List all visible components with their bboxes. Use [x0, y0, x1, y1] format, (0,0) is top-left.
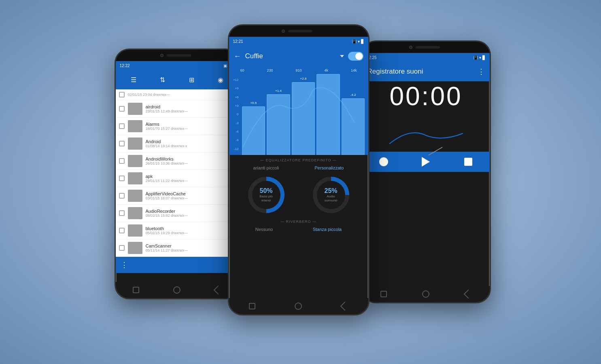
fm-item-meta-7: 05/02/15 19:29 drwxrwx— [146, 231, 236, 235]
list-item[interactable]: ApplifierVideoCache 03/01/15 16:07 drwxr… [116, 187, 239, 205]
fm-item-info-4: apk 29/01/15 11:22 drwxrwx— [146, 174, 236, 183]
eq-preset-active[interactable]: Personalizzato [314, 165, 344, 170]
list-item[interactable]: CamScanner 05/11/14 11:27 drwxrwx— [116, 239, 239, 257]
camera-center [282, 30, 285, 33]
fm-item-info-5: ApplifierVideoCache 03/01/15 16:07 drwxr… [146, 191, 236, 200]
fm-item-info-0: airdroid 23/01/15 12:49 drwxrwx— [146, 104, 236, 113]
status-icons-right: 📳 ▾ ▊ [473, 55, 486, 60]
eq-freq-4k: 4k [324, 68, 328, 72]
fm-menu-icon[interactable]: ☰ [131, 76, 136, 84]
stop-button[interactable] [462, 156, 474, 168]
speaker-right [416, 46, 440, 49]
list-item[interactable]: bluetooth 05/02/15 19:29 drwxrwx— [116, 222, 239, 239]
battery-icon-right: ▊ [482, 55, 486, 60]
list-item[interactable]: airdroid 23/01/15 12:49 drwxrwx— [116, 100, 239, 118]
fm-item-info-8: CamScanner 05/11/14 11:27 drwxrwx— [146, 243, 236, 252]
folder-icon-1 [128, 120, 142, 132]
list-item[interactable]: Alarms 18/01/70 15:27 drwxrwx— [116, 118, 239, 135]
fm-checkbox-2[interactable] [119, 141, 125, 146]
battery-icon-center: ▊ [361, 39, 364, 44]
nav-home-center[interactable] [293, 301, 304, 312]
folder-icon-2 [128, 138, 142, 150]
recorder-wave [386, 119, 467, 152]
folder-icon-4 [128, 172, 142, 184]
fm-item-meta-6: 08/02/15 15:02 drwxrwx— [146, 214, 236, 218]
fm-more-icon[interactable]: ⋮ [121, 260, 128, 269]
fm-sort-icon[interactable]: ⇅ [160, 76, 165, 84]
status-bar-center: 12:21 📳 ▾ ▊ [229, 37, 368, 46]
nav-back-left[interactable] [212, 284, 224, 296]
phone-center-top [229, 25, 368, 37]
list-item[interactable]: apk 29/01/15 11:22 drwxrwx— [116, 170, 239, 187]
folder-icon-5 [128, 190, 142, 202]
time-left: 12:22 [120, 63, 130, 68]
eq-reverb-label: — RIVERBERO — [229, 218, 368, 225]
eq-predefined-label: — EQUALIZZATORE PREDEFINITO — [229, 155, 368, 164]
fm-checkbox-8[interactable] [119, 245, 125, 251]
fm-item-info-6: AudioRecorder 08/02/15 15:02 drwxrwx— [146, 209, 236, 218]
fm-item-meta-0: 23/01/15 12:49 drwxrwx— [146, 109, 236, 113]
phones-container: 12:22 ▣ ▾ ▊ ☰ ⇅ ⊞ ◉ 02/01/15 23:04 [119, 16, 483, 348]
nav-back-center[interactable] [339, 301, 350, 312]
eq-pct-0: 50% [259, 187, 272, 195]
fm-grid-icon[interactable]: ⊞ [189, 76, 194, 84]
eq-bars-area: +12 +9 +6 +3 0 -3 -6 -9 -12 +0.6 +1.4 [229, 74, 368, 155]
eq-toggle[interactable] [348, 52, 363, 61]
fm-checkbox-1[interactable] [119, 123, 125, 129]
nav-menu-right[interactable] [378, 288, 389, 300]
recorder-display: 00:00 [363, 81, 490, 152]
camera-right [409, 46, 412, 49]
fm-bottom-bar: ⋮ [116, 257, 239, 273]
fm-checkbox-4[interactable] [119, 176, 125, 181]
fm-item-info-1: Alarms 18/01/70 15:27 drwxrwx— [146, 122, 236, 131]
phone-center-nav [229, 298, 368, 314]
eq-circle-inner-0: 50% Bassi piùintensi [252, 181, 280, 209]
eq-reverb-stanza[interactable]: Stanza piccola [313, 227, 342, 232]
list-item[interactable]: AudioRecorder 08/02/15 15:02 drwxrwx— [116, 205, 239, 222]
fm-checkbox-5[interactable] [119, 193, 125, 199]
nav-menu-center[interactable] [246, 301, 258, 312]
eq-preset-0[interactable]: arianti piccoli [253, 165, 279, 170]
camera-left [160, 54, 164, 57]
fm-checkbox-6[interactable] [119, 210, 125, 216]
fm-checkbox-3[interactable] [119, 158, 125, 164]
fm-checkbox-7[interactable] [119, 228, 125, 233]
speaker-center [288, 30, 312, 32]
fm-item-info-3: AndroidWorks 26/01/15 10:36 drwxrwx— [146, 157, 236, 165]
eq-back-button[interactable]: ← [234, 52, 241, 61]
phone-left-screen: 12:22 ▣ ▾ ▊ ☰ ⇅ ⊞ ◉ 02/01/15 23:04 [116, 61, 239, 282]
fm-item-meta-4: 29/01/15 11:22 drwxrwx— [146, 179, 236, 183]
recorder-menu-icon[interactable]: ⋮ [478, 67, 485, 76]
eq-circle-inner-1: 25% Audiosurround [317, 181, 345, 209]
eq-circle-0[interactable]: 50% Bassi piùintensi [248, 177, 285, 213]
nav-home-right[interactable] [420, 288, 431, 300]
eq-freq-230: 230 [267, 68, 273, 72]
nav-home-left[interactable] [171, 284, 183, 296]
play-button[interactable] [420, 156, 432, 168]
eq-toggle-knob [355, 53, 363, 60]
status-bar-right: 12:25 📳 ▾ ▊ [363, 53, 490, 62]
record-button[interactable] [378, 156, 390, 168]
fm-eye-icon[interactable]: ◉ [218, 76, 223, 84]
nav-menu-left[interactable] [130, 284, 142, 296]
fm-item-name-1: Alarms [146, 122, 236, 127]
fm-item-name-7: bluetooth [146, 226, 236, 231]
eq-reverb-nessuno[interactable]: Nessuno [255, 227, 273, 232]
fm-checkbox-header[interactable] [119, 92, 125, 97]
recorder-timer: 00:00 [389, 81, 462, 111]
nav-back-right[interactable] [463, 288, 474, 300]
time-center: 12:21 [233, 39, 243, 44]
fm-item-meta-3: 26/01/15 10:36 drwxrwx— [146, 161, 236, 165]
list-item[interactable]: Android 01/08/14 19:14 drwxrwx-x [116, 135, 239, 152]
eq-dropdown-icon[interactable] [340, 55, 344, 57]
eq-label-1: Audiosurround [325, 195, 338, 202]
phone-right-nav [363, 286, 490, 302]
phone-left-nav [116, 282, 239, 298]
fm-item-name-0: airdroid [146, 104, 236, 109]
eq-circle-1[interactable]: 25% Audiosurround [313, 177, 349, 213]
list-item[interactable]: AndroidWorks 26/01/15 10:36 drwxrwx— [116, 152, 239, 170]
folder-icon-3 [128, 155, 142, 167]
record-icon [379, 157, 388, 166]
fm-item-name-6: AudioRecorder [146, 209, 236, 214]
fm-checkbox-0[interactable] [119, 106, 125, 112]
